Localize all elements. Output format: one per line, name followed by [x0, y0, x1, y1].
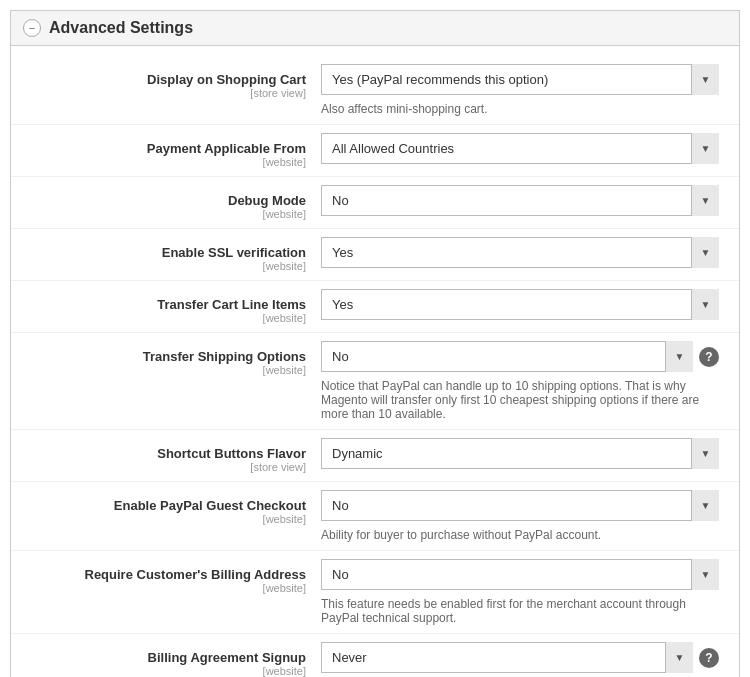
label-scope-transfer-cart-line-items: [website]	[31, 312, 306, 324]
form-row-payment-applicable-from: Payment Applicable From[website]All Allo…	[11, 124, 739, 176]
form-row-require-customers-billing-address: Require Customer's Billing Address[websi…	[11, 550, 739, 633]
label-main-debug-mode: Debug Mode	[31, 193, 306, 208]
help-icon-billing-agreement-signup[interactable]: ?	[699, 648, 719, 668]
label-main-shortcut-buttons-flavor: Shortcut Buttons Flavor	[31, 446, 306, 461]
content-shortcut-buttons-flavor: DynamicStatic▼	[321, 438, 719, 469]
select-payment-applicable-from[interactable]: All Allowed CountriesSpecific Countries	[321, 133, 719, 164]
panel-header: − Advanced Settings	[11, 11, 739, 46]
label-main-require-customers-billing-address: Require Customer's Billing Address	[31, 567, 306, 582]
field-note-enable-paypal-guest-checkout: Ability for buyer to purchase without Pa…	[321, 528, 719, 542]
content-transfer-cart-line-items: YesNo▼	[321, 289, 719, 320]
field-row-transfer-cart-line-items: YesNo▼	[321, 289, 719, 320]
select-wrapper-payment-applicable-from: All Allowed CountriesSpecific Countries▼	[321, 133, 719, 164]
form-row-enable-paypal-guest-checkout: Enable PayPal Guest Checkout[website]NoY…	[11, 481, 739, 550]
select-wrapper-billing-agreement-signup: NeverAutoEvery Visit▼	[321, 642, 693, 673]
label-enable-paypal-guest-checkout: Enable PayPal Guest Checkout[website]	[31, 490, 321, 525]
content-require-customers-billing-address: NoYes▼This feature needs be enabled firs…	[321, 559, 719, 625]
label-scope-display-on-shopping-cart: [store view]	[31, 87, 306, 99]
content-enable-ssl-verification: YesNo▼	[321, 237, 719, 268]
select-wrapper-require-customers-billing-address: NoYes▼	[321, 559, 719, 590]
label-scope-billing-agreement-signup: [website]	[31, 665, 306, 677]
form-row-display-on-shopping-cart: Display on Shopping Cart[store view]Yes …	[11, 56, 739, 124]
content-display-on-shopping-cart: Yes (PayPal recommends this option)No▼Al…	[321, 64, 719, 116]
label-debug-mode: Debug Mode[website]	[31, 185, 321, 220]
content-enable-paypal-guest-checkout: NoYes▼Ability for buyer to purchase with…	[321, 490, 719, 542]
label-display-on-shopping-cart: Display on Shopping Cart[store view]	[31, 64, 321, 99]
label-scope-payment-applicable-from: [website]	[31, 156, 306, 168]
label-main-payment-applicable-from: Payment Applicable From	[31, 141, 306, 156]
field-row-display-on-shopping-cart: Yes (PayPal recommends this option)No▼	[321, 64, 719, 95]
field-row-debug-mode: NoYes▼	[321, 185, 719, 216]
label-transfer-cart-line-items: Transfer Cart Line Items[website]	[31, 289, 321, 324]
panel-body: Display on Shopping Cart[store view]Yes …	[11, 46, 739, 677]
field-row-transfer-shipping-options: NoYes▼?	[321, 341, 719, 372]
label-require-customers-billing-address: Require Customer's Billing Address[websi…	[31, 559, 321, 594]
select-enable-paypal-guest-checkout[interactable]: NoYes	[321, 490, 719, 521]
form-row-billing-agreement-signup: Billing Agreement Signup[website]NeverAu…	[11, 633, 739, 677]
form-row-shortcut-buttons-flavor: Shortcut Buttons Flavor[store view]Dynam…	[11, 429, 739, 481]
field-row-enable-paypal-guest-checkout: NoYes▼	[321, 490, 719, 521]
field-row-enable-ssl-verification: YesNo▼	[321, 237, 719, 268]
select-wrapper-enable-ssl-verification: YesNo▼	[321, 237, 719, 268]
select-billing-agreement-signup[interactable]: NeverAutoEvery Visit	[321, 642, 693, 673]
form-row-enable-ssl-verification: Enable SSL verification[website]YesNo▼	[11, 228, 739, 280]
select-wrapper-transfer-shipping-options: NoYes▼	[321, 341, 693, 372]
label-main-billing-agreement-signup: Billing Agreement Signup	[31, 650, 306, 665]
form-row-transfer-shipping-options: Transfer Shipping Options[website]NoYes▼…	[11, 332, 739, 429]
label-shortcut-buttons-flavor: Shortcut Buttons Flavor[store view]	[31, 438, 321, 473]
content-payment-applicable-from: All Allowed CountriesSpecific Countries▼	[321, 133, 719, 164]
select-require-customers-billing-address[interactable]: NoYes	[321, 559, 719, 590]
panel-title: Advanced Settings	[49, 19, 193, 37]
panel-toggle-icon[interactable]: −	[23, 19, 41, 37]
field-note-display-on-shopping-cart: Also affects mini-shopping cart.	[321, 102, 719, 116]
label-transfer-shipping-options: Transfer Shipping Options[website]	[31, 341, 321, 376]
select-display-on-shopping-cart[interactable]: Yes (PayPal recommends this option)No	[321, 64, 719, 95]
label-main-transfer-cart-line-items: Transfer Cart Line Items	[31, 297, 306, 312]
field-row-require-customers-billing-address: NoYes▼	[321, 559, 719, 590]
form-row-transfer-cart-line-items: Transfer Cart Line Items[website]YesNo▼	[11, 280, 739, 332]
advanced-settings-panel: − Advanced Settings Display on Shopping …	[10, 10, 740, 677]
select-transfer-cart-line-items[interactable]: YesNo	[321, 289, 719, 320]
select-wrapper-shortcut-buttons-flavor: DynamicStatic▼	[321, 438, 719, 469]
select-wrapper-display-on-shopping-cart: Yes (PayPal recommends this option)No▼	[321, 64, 719, 95]
select-shortcut-buttons-flavor[interactable]: DynamicStatic	[321, 438, 719, 469]
select-wrapper-transfer-cart-line-items: YesNo▼	[321, 289, 719, 320]
form-row-debug-mode: Debug Mode[website]NoYes▼	[11, 176, 739, 228]
label-scope-shortcut-buttons-flavor: [store view]	[31, 461, 306, 473]
label-main-display-on-shopping-cart: Display on Shopping Cart	[31, 72, 306, 87]
field-row-payment-applicable-from: All Allowed CountriesSpecific Countries▼	[321, 133, 719, 164]
label-scope-require-customers-billing-address: [website]	[31, 582, 306, 594]
select-transfer-shipping-options[interactable]: NoYes	[321, 341, 693, 372]
select-debug-mode[interactable]: NoYes	[321, 185, 719, 216]
field-row-billing-agreement-signup: NeverAutoEvery Visit▼?	[321, 642, 719, 673]
label-main-enable-ssl-verification: Enable SSL verification	[31, 245, 306, 260]
select-wrapper-enable-paypal-guest-checkout: NoYes▼	[321, 490, 719, 521]
field-note-require-customers-billing-address: This feature needs be enabled first for …	[321, 597, 719, 625]
content-transfer-shipping-options: NoYes▼?Notice that PayPal can handle up …	[321, 341, 719, 421]
label-enable-ssl-verification: Enable SSL verification[website]	[31, 237, 321, 272]
select-enable-ssl-verification[interactable]: YesNo	[321, 237, 719, 268]
content-billing-agreement-signup: NeverAutoEvery Visit▼?Whether to create …	[321, 642, 719, 677]
label-main-transfer-shipping-options: Transfer Shipping Options	[31, 349, 306, 364]
help-icon-transfer-shipping-options[interactable]: ?	[699, 347, 719, 367]
label-main-enable-paypal-guest-checkout: Enable PayPal Guest Checkout	[31, 498, 306, 513]
label-scope-transfer-shipping-options: [website]	[31, 364, 306, 376]
field-row-shortcut-buttons-flavor: DynamicStatic▼	[321, 438, 719, 469]
label-scope-enable-ssl-verification: [website]	[31, 260, 306, 272]
content-debug-mode: NoYes▼	[321, 185, 719, 216]
label-scope-enable-paypal-guest-checkout: [website]	[31, 513, 306, 525]
label-payment-applicable-from: Payment Applicable From[website]	[31, 133, 321, 168]
label-scope-debug-mode: [website]	[31, 208, 306, 220]
label-billing-agreement-signup: Billing Agreement Signup[website]	[31, 642, 321, 677]
field-note-transfer-shipping-options: Notice that PayPal can handle up to 10 s…	[321, 379, 719, 421]
select-wrapper-debug-mode: NoYes▼	[321, 185, 719, 216]
